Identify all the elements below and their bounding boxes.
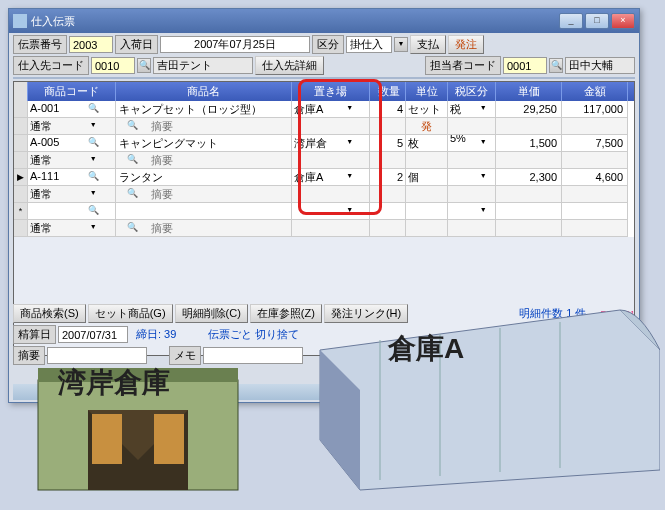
zero-field: [595, 347, 635, 364]
code-search-icon[interactable]: 🔍: [72, 102, 116, 117]
warehouse-a-label: 倉庫A: [388, 330, 464, 368]
titlebar: 仕入伝票 _ □ ×: [9, 9, 639, 33]
supplier-code-field[interactable]: [91, 57, 135, 74]
table-subrow: 通常▼ 🔍: [14, 220, 634, 237]
emp-name-field: [565, 57, 635, 74]
supplier-name-field: [153, 57, 253, 74]
fs-code: FS-0101: [600, 309, 635, 319]
detail-count: 明細件数 1 件: [519, 306, 586, 321]
table-row[interactable]: A-005🔍 キャンピングマット 湾岸倉庫▼ 5 枚 ▼ 1,500 7,500: [14, 135, 634, 152]
close-date-field[interactable]: [58, 326, 128, 343]
location-dropdown-icon[interactable]: ▼: [331, 136, 370, 151]
order-link-button[interactable]: 発注リンク(H): [324, 304, 408, 323]
memo2-label: メモ: [169, 346, 201, 365]
memo-label: 摘要: [13, 346, 45, 365]
memo-field[interactable]: [47, 347, 147, 364]
minimize-button[interactable]: _: [559, 13, 583, 29]
subtotal-field: [565, 326, 635, 343]
svg-rect-2: [88, 410, 188, 490]
stock-ref-button[interactable]: 在庫参照(Z): [250, 304, 322, 323]
close-date-label: 精算日: [13, 325, 56, 344]
table-row[interactable]: A-001🔍 キャンプセット（ロッジ型） 倉庫A▼ 4 セット 税込5%▼ 29…: [14, 101, 634, 118]
table-subrow: 通常▼ 🔍: [14, 186, 634, 203]
location-dropdown-icon[interactable]: ▼: [331, 170, 370, 185]
slip-no-field[interactable]: [69, 36, 113, 53]
tax-dropdown-icon[interactable]: ▼: [472, 170, 496, 185]
emp-search-icon[interactable]: 🔍: [549, 58, 563, 73]
row-memo-field[interactable]: [149, 153, 291, 168]
table-row[interactable]: ▶ A-111🔍 ランタン 倉庫A▼ 2 個 ▼ 2,300 4,600: [14, 169, 634, 186]
chk2[interactable]: [200, 369, 213, 382]
slip-toggle-label: 伝票ごと 切り捨て: [208, 327, 299, 342]
pay-button[interactable]: 支払: [410, 35, 446, 54]
row-memo-field[interactable]: [149, 119, 291, 134]
arrival-date-field[interactable]: [160, 36, 310, 53]
close-button[interactable]: ×: [611, 13, 635, 29]
emp-label: 担当者コード: [425, 56, 501, 75]
product-search-button[interactable]: 商品検索(S): [13, 304, 86, 323]
row-memo-field[interactable]: [149, 187, 291, 202]
row-memo-field[interactable]: [149, 221, 291, 236]
kbn-label: 区分: [312, 35, 344, 54]
kbn-dropdown-icon[interactable]: ▼: [394, 37, 408, 52]
total-field: [565, 367, 635, 384]
supplier-detail-button[interactable]: 仕入先詳細: [255, 56, 324, 75]
order-button[interactable]: 発注: [448, 35, 484, 54]
table-subrow: 通常▼ 🔍: [14, 152, 634, 169]
maximize-button[interactable]: □: [585, 13, 609, 29]
grid-header: 商品コード 商品名 置き場 数量 単位 税区分 単価 金額: [14, 82, 634, 101]
warehouse-bay-label: 湾岸倉庫: [58, 364, 170, 402]
set-product-button[interactable]: セット商品(G): [88, 304, 173, 323]
supplier-search-icon[interactable]: 🔍: [137, 58, 151, 73]
tax-dropdown-icon[interactable]: ▼: [472, 102, 496, 117]
purchase-slip-window: 仕入伝票 _ □ × 伝票番号 入荷日 区分 ▼ 支払 発注 仕入先コード 🔍 …: [8, 8, 640, 403]
location-dropdown-icon[interactable]: ▼: [331, 204, 370, 219]
delete-detail-button[interactable]: 明細削除(C): [175, 304, 248, 323]
table-row[interactable]: * 🔍 ▼ ▼: [14, 203, 634, 220]
tax-dropdown-icon[interactable]: ▼: [472, 204, 496, 219]
svg-rect-5: [154, 414, 184, 464]
subtotal-label: 小計: [531, 325, 563, 344]
code-search-icon[interactable]: 🔍: [72, 170, 116, 185]
svg-rect-4: [92, 414, 122, 464]
table-subrow: 通常▼ 🔍 発: [14, 118, 634, 135]
emp-code-field[interactable]: [503, 57, 547, 74]
supplier-label: 仕入先コード: [13, 56, 89, 75]
app-icon: [13, 14, 27, 28]
tax-dropdown-icon[interactable]: ▼: [472, 136, 496, 151]
slip-no-label: 伝票番号: [13, 35, 67, 54]
kbn-field[interactable]: [346, 36, 392, 53]
deadline-label: 締日: 39: [136, 327, 176, 342]
code-search-icon[interactable]: 🔍: [72, 136, 116, 151]
window-title: 仕入伝票: [31, 14, 559, 29]
code-search-icon[interactable]: 🔍: [72, 204, 116, 219]
memo2-field[interactable]: [203, 347, 303, 364]
arrival-label: 入荷日: [115, 35, 158, 54]
svg-marker-3: [88, 410, 188, 460]
location-dropdown-icon[interactable]: ▼: [331, 102, 370, 117]
